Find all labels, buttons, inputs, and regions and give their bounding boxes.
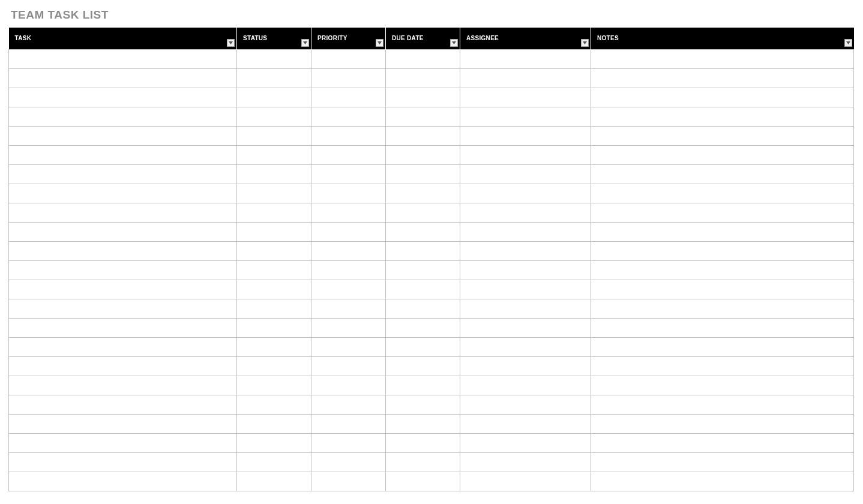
- cell[interactable]: [460, 203, 591, 222]
- cell[interactable]: [9, 337, 237, 356]
- cell[interactable]: [460, 337, 591, 356]
- cell[interactable]: [591, 68, 854, 88]
- cell[interactable]: [591, 126, 854, 145]
- cell[interactable]: [9, 184, 237, 203]
- cell[interactable]: [591, 280, 854, 299]
- cell[interactable]: [591, 395, 854, 414]
- cell[interactable]: [591, 337, 854, 356]
- cell[interactable]: [386, 395, 460, 414]
- cell[interactable]: [311, 88, 386, 107]
- cell[interactable]: [386, 241, 460, 260]
- cell[interactable]: [237, 280, 311, 299]
- cell[interactable]: [591, 299, 854, 318]
- cell[interactable]: [386, 299, 460, 318]
- filter-dropdown-icon[interactable]: [227, 39, 235, 47]
- cell[interactable]: [460, 145, 591, 164]
- cell[interactable]: [591, 376, 854, 395]
- cell[interactable]: [386, 222, 460, 241]
- cell[interactable]: [460, 356, 591, 376]
- cell[interactable]: [460, 395, 591, 414]
- cell[interactable]: [311, 280, 386, 299]
- cell[interactable]: [591, 318, 854, 337]
- cell[interactable]: [460, 68, 591, 88]
- cell[interactable]: [237, 164, 311, 184]
- cell[interactable]: [9, 68, 237, 88]
- cell[interactable]: [591, 241, 854, 260]
- cell[interactable]: [237, 376, 311, 395]
- cell[interactable]: [311, 260, 386, 280]
- cell[interactable]: [386, 414, 460, 433]
- cell[interactable]: [591, 184, 854, 203]
- cell[interactable]: [591, 222, 854, 241]
- cell[interactable]: [386, 337, 460, 356]
- cell[interactable]: [237, 68, 311, 88]
- cell[interactable]: [9, 164, 237, 184]
- cell[interactable]: [591, 49, 854, 68]
- cell[interactable]: [386, 356, 460, 376]
- cell[interactable]: [311, 68, 386, 88]
- cell[interactable]: [386, 68, 460, 88]
- cell[interactable]: [237, 145, 311, 164]
- cell[interactable]: [591, 472, 854, 491]
- cell[interactable]: [591, 203, 854, 222]
- cell[interactable]: [311, 337, 386, 356]
- cell[interactable]: [311, 164, 386, 184]
- cell[interactable]: [311, 184, 386, 203]
- cell[interactable]: [591, 356, 854, 376]
- cell[interactable]: [311, 107, 386, 126]
- cell[interactable]: [311, 49, 386, 68]
- cell[interactable]: [237, 337, 311, 356]
- cell[interactable]: [9, 222, 237, 241]
- cell[interactable]: [460, 88, 591, 107]
- cell[interactable]: [237, 107, 311, 126]
- cell[interactable]: [237, 395, 311, 414]
- cell[interactable]: [386, 260, 460, 280]
- cell[interactable]: [237, 452, 311, 472]
- cell[interactable]: [386, 280, 460, 299]
- cell[interactable]: [591, 452, 854, 472]
- cell[interactable]: [460, 376, 591, 395]
- cell[interactable]: [386, 184, 460, 203]
- cell[interactable]: [9, 452, 237, 472]
- cell[interactable]: [386, 126, 460, 145]
- cell[interactable]: [460, 318, 591, 337]
- cell[interactable]: [386, 318, 460, 337]
- cell[interactable]: [386, 107, 460, 126]
- cell[interactable]: [591, 414, 854, 433]
- cell[interactable]: [591, 164, 854, 184]
- cell[interactable]: [311, 452, 386, 472]
- cell[interactable]: [311, 318, 386, 337]
- cell[interactable]: [237, 260, 311, 280]
- cell[interactable]: [460, 280, 591, 299]
- cell[interactable]: [9, 203, 237, 222]
- cell[interactable]: [460, 452, 591, 472]
- cell[interactable]: [460, 126, 591, 145]
- cell[interactable]: [386, 88, 460, 107]
- cell[interactable]: [311, 203, 386, 222]
- cell[interactable]: [386, 376, 460, 395]
- cell[interactable]: [237, 356, 311, 376]
- cell[interactable]: [386, 452, 460, 472]
- cell[interactable]: [460, 184, 591, 203]
- cell[interactable]: [9, 414, 237, 433]
- cell[interactable]: [237, 318, 311, 337]
- cell[interactable]: [9, 299, 237, 318]
- cell[interactable]: [9, 376, 237, 395]
- cell[interactable]: [311, 145, 386, 164]
- cell[interactable]: [237, 203, 311, 222]
- cell[interactable]: [237, 299, 311, 318]
- filter-dropdown-icon[interactable]: [450, 39, 458, 47]
- cell[interactable]: [237, 49, 311, 68]
- cell[interactable]: [237, 184, 311, 203]
- cell[interactable]: [591, 107, 854, 126]
- cell[interactable]: [9, 318, 237, 337]
- cell[interactable]: [460, 49, 591, 68]
- cell[interactable]: [311, 241, 386, 260]
- cell[interactable]: [9, 49, 237, 68]
- cell[interactable]: [237, 222, 311, 241]
- cell[interactable]: [591, 260, 854, 280]
- filter-dropdown-icon[interactable]: [844, 39, 852, 47]
- cell[interactable]: [9, 433, 237, 452]
- cell[interactable]: [386, 49, 460, 68]
- cell[interactable]: [460, 433, 591, 452]
